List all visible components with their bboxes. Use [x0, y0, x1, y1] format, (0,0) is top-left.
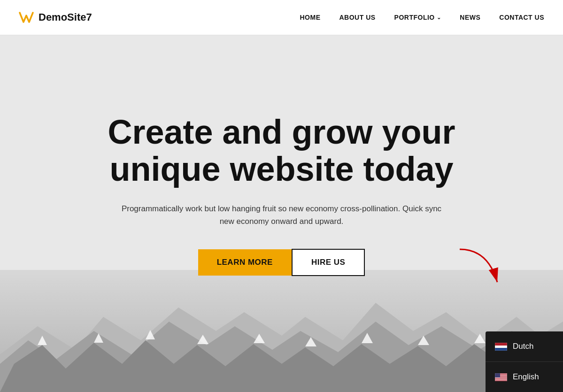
nav-portfolio[interactable]: PORTFOLIO ⌄	[394, 14, 441, 21]
nav-contact-us[interactable]: CONTACT US	[499, 14, 544, 21]
hero-title: Create and grow your unique website toda…	[70, 114, 493, 188]
header: DemoSite7 HOME ABOUT US PORTFOLIO ⌄ NEWS…	[0, 0, 563, 35]
flag-us-icon	[495, 373, 507, 381]
svg-rect-26	[495, 377, 507, 378]
logo-icon	[19, 11, 34, 24]
svg-rect-27	[495, 378, 507, 378]
learn-more-button[interactable]: LEARN MORE	[198, 249, 292, 276]
hire-us-button[interactable]: HIRE US	[292, 249, 365, 276]
nav-news[interactable]: NEWS	[460, 14, 480, 21]
hero-subtitle: Programmatically work but low hanging fr…	[117, 202, 446, 228]
logo-area[interactable]: DemoSite7	[19, 11, 92, 24]
hero-section: Create and grow your unique website toda…	[0, 35, 563, 392]
lang-dutch-label: Dutch	[513, 342, 533, 351]
nav-about-us[interactable]: ABOUT US	[339, 14, 375, 21]
svg-rect-28	[495, 378, 507, 379]
svg-rect-30	[495, 380, 507, 380]
nav-portfolio-label: PORTFOLIO	[394, 14, 435, 21]
svg-rect-32	[495, 373, 500, 377]
lang-english-label: English	[513, 372, 539, 382]
svg-rect-15	[495, 343, 507, 346]
flag-nl-icon	[495, 343, 507, 351]
svg-rect-17	[495, 348, 507, 351]
hero-content: Create and grow your unique website toda…	[70, 114, 493, 276]
arrow-annotation	[450, 240, 507, 298]
language-dropdown: Dutch English	[486, 331, 563, 392]
svg-rect-16	[495, 346, 507, 348]
logo-text: DemoSite7	[39, 11, 92, 23]
lang-english[interactable]: English	[486, 362, 563, 392]
lang-dutch[interactable]: Dutch	[486, 331, 563, 362]
hero-buttons: LEARN MORE HIRE US	[70, 249, 493, 276]
chevron-down-icon: ⌄	[437, 15, 441, 21]
nav-home[interactable]: HOME	[300, 14, 320, 21]
svg-rect-29	[495, 379, 507, 380]
main-nav: HOME ABOUT US PORTFOLIO ⌄ NEWS CONTACT U…	[300, 14, 544, 21]
arrow-icon	[450, 240, 507, 296]
